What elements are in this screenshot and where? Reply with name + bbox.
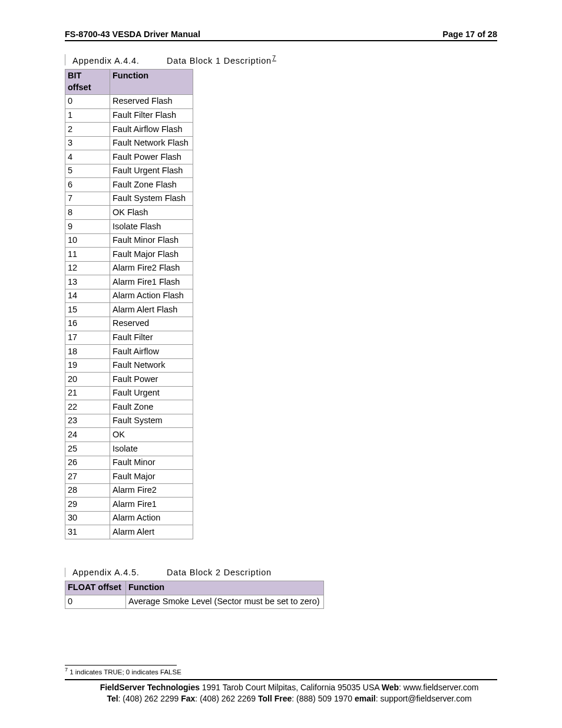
table-row: 20Fault Power xyxy=(65,373,193,387)
cell-function: Alarm Fire2 Flash xyxy=(110,261,193,275)
cell-offset: 1 xyxy=(65,108,110,123)
appendix-title: Data Block 1 Description7 xyxy=(167,54,276,65)
cell-offset: 16 xyxy=(65,317,110,331)
cell-function: Fault Power xyxy=(110,373,193,387)
col-float-offset: FLOAT offset xyxy=(65,581,126,595)
footer-fax: : (408) 262 2269 xyxy=(195,694,258,703)
table-row: 31Alarm Alert xyxy=(65,525,193,539)
cell-offset: 12 xyxy=(65,261,110,275)
footnote-divider xyxy=(65,665,177,666)
table-row: 0Average Smoke Level (Sector must be set… xyxy=(65,595,324,609)
table-row: 17Fault Filter xyxy=(65,331,193,345)
cell-offset: 20 xyxy=(65,373,110,387)
table-row: 29Alarm Fire1 xyxy=(65,498,193,512)
cell-function: Fault Major Flash xyxy=(110,248,193,262)
table-row: 30Alarm Action xyxy=(65,511,193,525)
footer-address: 1991 Tarob Court Milpitas, California 95… xyxy=(200,683,382,692)
cell-offset: 8 xyxy=(65,206,110,220)
table-row: 5Fault Urgent Flash xyxy=(65,164,193,178)
cell-offset: 24 xyxy=(65,428,110,442)
cell-function: Alarm Action Flash xyxy=(110,289,193,303)
appendix-a45-heading: Appendix A.4.5. Data Block 2 Description xyxy=(65,568,497,577)
cell-offset: 19 xyxy=(65,358,110,373)
col-function: Function xyxy=(110,69,193,94)
cell-function: Average Smoke Level (Sector must be set … xyxy=(126,595,324,609)
footnote-ref: 7 xyxy=(272,54,276,61)
cell-function: Isolate Flash xyxy=(110,220,193,234)
cell-offset: 18 xyxy=(65,345,110,359)
cell-offset: 7 xyxy=(65,192,110,206)
cell-function: Isolate xyxy=(110,442,193,456)
cell-function: Fault Filter xyxy=(110,331,193,345)
cell-function: Fault Major xyxy=(110,470,193,484)
footer-web-label: Web xyxy=(382,683,399,692)
cell-offset: 4 xyxy=(65,150,110,164)
cell-offset: 25 xyxy=(65,442,110,456)
cell-offset: 26 xyxy=(65,456,110,470)
cell-offset: 6 xyxy=(65,178,110,192)
col-bit-offset: BIT offset xyxy=(65,69,110,94)
table-row: 28Alarm Fire2 xyxy=(65,483,193,498)
doc-title: FS-8700-43 VESDA Driver Manual xyxy=(65,29,200,39)
table-row: 24OK xyxy=(65,428,193,442)
table-row: 13Alarm Fire1 Flash xyxy=(65,275,193,289)
cell-offset: 10 xyxy=(65,233,110,248)
cell-function: Fault Airflow Flash xyxy=(110,123,193,137)
data-block-2-table: FLOAT offset Function 0Average Smoke Lev… xyxy=(65,581,324,609)
table-row: 6Fault Zone Flash xyxy=(65,178,193,192)
cell-offset: 3 xyxy=(65,136,110,150)
table-row: 3Fault Network Flash xyxy=(65,136,193,150)
table-row: 16Reserved xyxy=(65,317,193,331)
cell-function: Reserved xyxy=(110,317,193,331)
appendix-a44-heading: Appendix A.4.4. Data Block 1 Description… xyxy=(65,54,497,65)
appendix-number: Appendix A.4.4. xyxy=(72,56,167,65)
cell-function: Fault Minor xyxy=(110,456,193,470)
table-row: 4Fault Power Flash xyxy=(65,150,193,164)
cell-function: Fault System Flash xyxy=(110,192,193,206)
cell-function: Fault Zone Flash xyxy=(110,178,193,192)
table-row: 19Fault Network xyxy=(65,358,193,373)
col-function: Function xyxy=(126,581,324,595)
cell-function: Alarm Alert xyxy=(110,525,193,539)
table-row: 14Alarm Action Flash xyxy=(65,289,193,303)
cell-offset: 31 xyxy=(65,525,110,539)
table-row: 7Fault System Flash xyxy=(65,192,193,206)
cell-function: Fault Network Flash xyxy=(110,136,193,150)
cell-function: OK Flash xyxy=(110,206,193,220)
cell-offset: 0 xyxy=(65,94,110,108)
page-footer-area: 7 1 indicates TRUE; 0 indicates FALSE Fi… xyxy=(65,665,497,704)
cell-function: Fault Urgent xyxy=(110,386,193,400)
table-row: 18Fault Airflow xyxy=(65,345,193,359)
table-row: 25Isolate xyxy=(65,442,193,456)
table-row: 11Fault Major Flash xyxy=(65,248,193,262)
page-number: Page 17 of 28 xyxy=(442,29,497,39)
footer-tel-label: Tel xyxy=(107,694,118,703)
company-footer: FieldServer Technologies 1991 Tarob Cour… xyxy=(65,679,497,704)
cell-function: Alarm Alert Flash xyxy=(110,303,193,317)
cell-function: Alarm Action xyxy=(110,511,193,525)
cell-offset: 29 xyxy=(65,498,110,512)
page-header: FS-8700-43 VESDA Driver Manual Page 17 o… xyxy=(65,29,497,41)
footer-web: : www.fieldserver.com xyxy=(399,683,478,692)
cell-function: Alarm Fire1 Flash xyxy=(110,275,193,289)
cell-function: Fault Network xyxy=(110,358,193,373)
appendix-title: Data Block 2 Description xyxy=(167,568,272,577)
footer-fax-label: Fax xyxy=(181,694,195,703)
cell-offset: 9 xyxy=(65,220,110,234)
footer-email-label: email xyxy=(355,694,376,703)
cell-function: Alarm Fire1 xyxy=(110,498,193,512)
cell-function: Fault Minor Flash xyxy=(110,233,193,248)
appendix-number: Appendix A.4.5. xyxy=(72,568,167,577)
footer-tollfree: : (888) 509 1970 xyxy=(292,694,355,703)
footer-tel: : (408) 262 2299 xyxy=(118,694,181,703)
cell-function: Fault Airflow xyxy=(110,345,193,359)
cell-function: Fault Power Flash xyxy=(110,150,193,164)
table-row: 8OK Flash xyxy=(65,206,193,220)
table-row: 9Isolate Flash xyxy=(65,220,193,234)
table-row: 15Alarm Alert Flash xyxy=(65,303,193,317)
table-row: 2Fault Airflow Flash xyxy=(65,123,193,137)
cell-offset: 22 xyxy=(65,400,110,414)
cell-function: OK xyxy=(110,428,193,442)
cell-offset: 21 xyxy=(65,386,110,400)
table-row: 0Reserved Flash xyxy=(65,94,193,108)
